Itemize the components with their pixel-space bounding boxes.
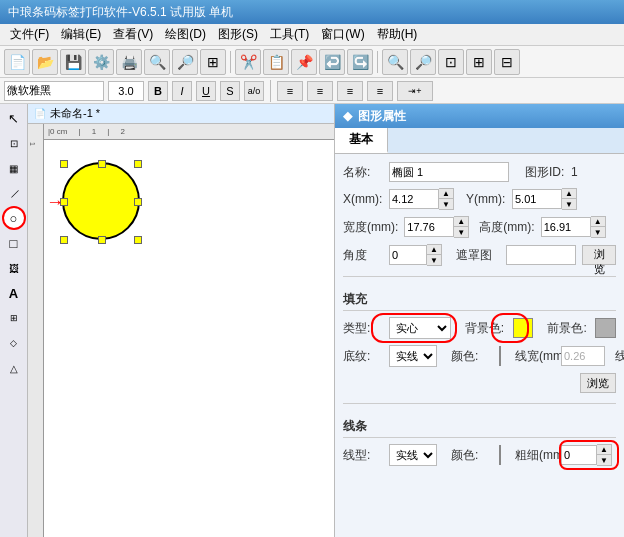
bg-color-label: 背景色: xyxy=(465,320,505,337)
mask-input[interactable] xyxy=(506,245,576,265)
strike-btn[interactable]: S xyxy=(220,81,240,101)
redo-btn[interactable]: ↪️ xyxy=(347,49,373,75)
copy-btn[interactable]: 📋 xyxy=(263,49,289,75)
font-size-input[interactable] xyxy=(108,81,144,101)
texture-select[interactable]: 实线 xyxy=(389,345,437,367)
angle-input[interactable] xyxy=(389,245,427,265)
text-tool[interactable]: ⊡ xyxy=(2,131,26,155)
super-btn[interactable]: a/o xyxy=(244,81,264,101)
image-tool[interactable]: 🖼 xyxy=(2,256,26,280)
paste-btn[interactable]: 📌 xyxy=(291,49,317,75)
tab-icon: 📄 xyxy=(34,108,46,119)
distribute-btn[interactable]: ⊟ xyxy=(494,49,520,75)
print-btn[interactable]: 🖨️ xyxy=(116,49,142,75)
height-up-btn[interactable]: ▲ xyxy=(591,217,605,227)
thickness-up-btn[interactable]: ▲ xyxy=(597,445,611,455)
tab-basic[interactable]: 基本 xyxy=(335,128,388,153)
props-title-bar: ◆ 图形属性 xyxy=(335,104,624,128)
handle-bm[interactable] xyxy=(98,236,106,244)
width-up-btn[interactable]: ▲ xyxy=(454,217,468,227)
font-name-input[interactable] xyxy=(4,81,104,101)
font-sep xyxy=(270,80,271,102)
texture-color-swatch[interactable] xyxy=(499,346,501,366)
bg-color-swatch[interactable] xyxy=(513,318,534,338)
table-tool[interactable]: ⊞ xyxy=(2,306,26,330)
canvas-content[interactable]: |0 cm | 1 | 2 1234 xyxy=(28,124,334,537)
y-up-btn[interactable]: ▲ xyxy=(562,189,576,199)
props-body: 名称: 图形ID: 1 X(mm): ▲ ▼ Y(mm): xyxy=(335,154,624,474)
fg-color-swatch[interactable] xyxy=(595,318,616,338)
save-btn[interactable]: 💾 xyxy=(60,49,86,75)
x-label: X(mm): xyxy=(343,192,383,206)
y-input[interactable] xyxy=(512,189,562,209)
canvas-tab[interactable]: 📄 未命名-1 * xyxy=(28,104,334,124)
fill-type-row: 类型: 实心 渐变 图案 无 背景色: 前景色: xyxy=(343,317,616,339)
rect-tool[interactable]: □ xyxy=(2,231,26,255)
text2-tool[interactable]: A xyxy=(2,281,26,305)
handle-tm[interactable] xyxy=(98,160,106,168)
align-right-btn[interactable]: ≡ xyxy=(337,81,363,101)
browse-btn-2[interactable]: 浏览 xyxy=(580,373,616,393)
settings-btn[interactable]: ⚙️ xyxy=(88,49,114,75)
angle-down-btn[interactable]: ▼ xyxy=(427,255,441,265)
zoom-area-btn[interactable]: ⊡ xyxy=(438,49,464,75)
x-up-btn[interactable]: ▲ xyxy=(439,189,453,199)
handle-tr[interactable] xyxy=(134,160,142,168)
handle-br[interactable] xyxy=(134,236,142,244)
menu-draw[interactable]: 绘图(D) xyxy=(159,24,212,45)
height-input[interactable] xyxy=(541,217,591,237)
height-spinner: ▲ ▼ xyxy=(541,216,606,238)
width-input[interactable] xyxy=(404,217,454,237)
underline-btn[interactable]: U xyxy=(196,81,216,101)
align-justify-btn[interactable]: ≡ xyxy=(367,81,393,101)
menu-window[interactable]: 窗口(W) xyxy=(315,24,370,45)
line-color-swatch[interactable] xyxy=(499,445,501,465)
line-spacing-label: 线距(mm): xyxy=(615,348,624,365)
italic-btn[interactable]: I xyxy=(172,81,192,101)
menu-edit[interactable]: 编辑(E) xyxy=(55,24,107,45)
ruler-h-label: |0 cm | 1 | 2 xyxy=(48,127,125,136)
menu-view[interactable]: 查看(V) xyxy=(107,24,159,45)
ellipse-shape[interactable] xyxy=(62,162,140,240)
x-input[interactable] xyxy=(389,189,439,209)
y-down-btn[interactable]: ▼ xyxy=(562,199,576,209)
select-tool[interactable]: ↖ xyxy=(2,106,26,130)
line-tool[interactable]: — xyxy=(0,176,30,210)
thickness-down-btn[interactable]: ▼ xyxy=(597,455,611,465)
preview-btn[interactable]: 🔍 xyxy=(144,49,170,75)
open-btn[interactable]: 📂 xyxy=(32,49,58,75)
name-input[interactable] xyxy=(389,162,509,182)
undo-btn[interactable]: ↩️ xyxy=(319,49,345,75)
arrow-tool[interactable]: △ xyxy=(2,356,26,380)
bold-btn[interactable]: B xyxy=(148,81,168,101)
canvas-drawing[interactable]: → xyxy=(44,140,334,537)
x-down-btn[interactable]: ▼ xyxy=(439,199,453,209)
diamond-tool[interactable]: ◇ xyxy=(2,331,26,355)
height-spin-btns: ▲ ▼ xyxy=(591,216,606,238)
line-type-select[interactable]: 实线 虚线 点线 xyxy=(389,444,437,466)
height-down-btn[interactable]: ▼ xyxy=(591,227,605,237)
browse-btn-1[interactable]: 浏览 xyxy=(582,245,616,265)
line-width-input[interactable] xyxy=(561,346,605,366)
zoom-btn[interactable]: 🔎 xyxy=(172,49,198,75)
handle-tl[interactable] xyxy=(60,160,68,168)
align-btn[interactable]: ⊞ xyxy=(466,49,492,75)
handle-mr[interactable] xyxy=(134,198,142,206)
indent-btn[interactable]: ⇥+ xyxy=(397,81,433,101)
cut-btn[interactable]: ✂️ xyxy=(235,49,261,75)
handle-bl[interactable] xyxy=(60,236,68,244)
angle-up-btn[interactable]: ▲ xyxy=(427,245,441,255)
fill-type-select[interactable]: 实心 渐变 图案 无 xyxy=(389,317,451,339)
align-center-btn[interactable]: ≡ xyxy=(307,81,333,101)
search-btn[interactable]: 🔍 xyxy=(382,49,408,75)
align-left-btn[interactable]: ≡ xyxy=(277,81,303,101)
width-down-btn[interactable]: ▼ xyxy=(454,227,468,237)
menu-help[interactable]: 帮助(H) xyxy=(371,24,424,45)
menu-file[interactable]: 文件(F) xyxy=(4,24,55,45)
menu-shape[interactable]: 图形(S) xyxy=(212,24,264,45)
thickness-input[interactable] xyxy=(561,445,597,465)
grid-btn[interactable]: ⊞ xyxy=(200,49,226,75)
search2-btn[interactable]: 🔎 xyxy=(410,49,436,75)
menu-tools[interactable]: 工具(T) xyxy=(264,24,315,45)
new-btn[interactable]: 📄 xyxy=(4,49,30,75)
